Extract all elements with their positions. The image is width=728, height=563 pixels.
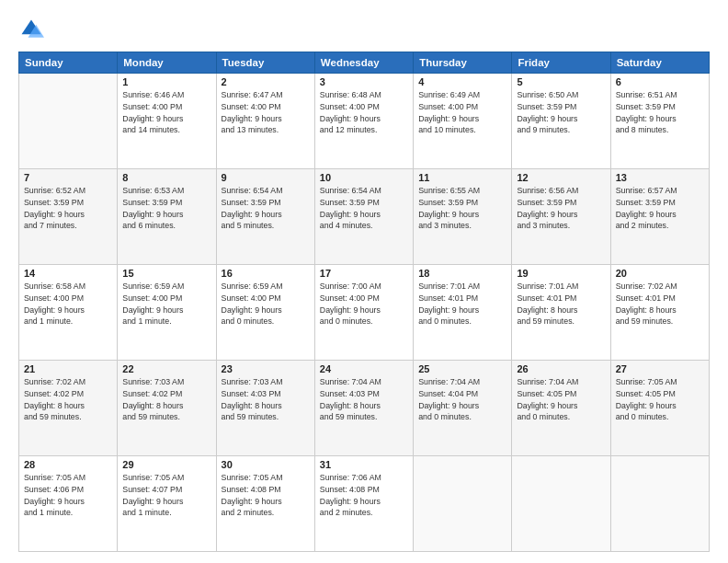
calendar-cell: 18Sunrise: 7:01 AM Sunset: 4:01 PM Dayli…	[414, 265, 512, 361]
day-info: Sunrise: 7:03 AM Sunset: 4:02 PM Dayligh…	[122, 376, 210, 423]
day-number: 4	[418, 76, 506, 87]
day-number: 28	[24, 459, 112, 470]
day-number: 14	[24, 268, 112, 279]
day-info: Sunrise: 7:05 AM Sunset: 4:07 PM Dayligh…	[122, 472, 210, 519]
day-number: 15	[122, 268, 210, 279]
day-number: 12	[517, 172, 605, 183]
calendar-cell: 16Sunrise: 6:59 AM Sunset: 4:00 PM Dayli…	[216, 265, 314, 361]
weekday-header: Friday	[512, 52, 610, 74]
logo	[18, 17, 48, 42]
logo-icon	[18, 17, 44, 42]
day-info: Sunrise: 6:57 AM Sunset: 3:59 PM Dayligh…	[616, 185, 704, 232]
day-number: 9	[222, 172, 310, 183]
day-info: Sunrise: 7:05 AM Sunset: 4:08 PM Dayligh…	[222, 472, 310, 519]
day-number: 30	[222, 459, 310, 470]
calendar-cell: 29Sunrise: 7:05 AM Sunset: 4:07 PM Dayli…	[118, 456, 216, 552]
day-number: 26	[517, 363, 605, 374]
weekday-header: Monday	[118, 52, 216, 74]
day-number: 25	[418, 363, 506, 374]
calendar-cell: 23Sunrise: 7:03 AM Sunset: 4:03 PM Dayli…	[216, 361, 314, 456]
calendar-cell: 27Sunrise: 7:05 AM Sunset: 4:05 PM Dayli…	[610, 361, 709, 456]
day-number: 29	[122, 459, 210, 470]
calendar-cell: 24Sunrise: 7:04 AM Sunset: 4:03 PM Dayli…	[314, 361, 413, 456]
day-info: Sunrise: 6:50 AM Sunset: 3:59 PM Dayligh…	[517, 89, 605, 136]
weekday-header: Thursday	[414, 52, 512, 74]
calendar-header-row: SundayMondayTuesdayWednesdayThursdayFrid…	[19, 52, 710, 74]
calendar-cell: 10Sunrise: 6:54 AM Sunset: 3:59 PM Dayli…	[314, 169, 413, 265]
calendar-cell: 19Sunrise: 7:01 AM Sunset: 4:01 PM Dayli…	[512, 265, 610, 361]
calendar-week-row: 28Sunrise: 7:05 AM Sunset: 4:06 PM Dayli…	[19, 456, 710, 552]
calendar-cell: 7Sunrise: 6:52 AM Sunset: 3:59 PM Daylig…	[19, 169, 118, 265]
calendar-cell: 14Sunrise: 6:58 AM Sunset: 4:00 PM Dayli…	[19, 265, 118, 361]
calendar-cell: 26Sunrise: 7:04 AM Sunset: 4:05 PM Dayli…	[512, 361, 610, 456]
calendar-cell: 13Sunrise: 6:57 AM Sunset: 3:59 PM Dayli…	[610, 169, 709, 265]
weekday-header: Saturday	[610, 52, 709, 74]
calendar-cell: 1Sunrise: 6:46 AM Sunset: 4:00 PM Daylig…	[118, 74, 216, 169]
header	[18, 17, 710, 42]
day-info: Sunrise: 6:48 AM Sunset: 4:00 PM Dayligh…	[320, 89, 408, 136]
day-number: 16	[222, 268, 310, 279]
calendar-cell: 21Sunrise: 7:02 AM Sunset: 4:02 PM Dayli…	[19, 361, 118, 456]
day-info: Sunrise: 6:58 AM Sunset: 4:00 PM Dayligh…	[24, 281, 112, 327]
day-info: Sunrise: 6:54 AM Sunset: 3:59 PM Dayligh…	[222, 185, 310, 232]
day-info: Sunrise: 7:04 AM Sunset: 4:03 PM Dayligh…	[320, 376, 408, 423]
day-number: 10	[320, 172, 408, 183]
day-info: Sunrise: 6:51 AM Sunset: 3:59 PM Dayligh…	[616, 89, 704, 136]
calendar-week-row: 1Sunrise: 6:46 AM Sunset: 4:00 PM Daylig…	[19, 74, 710, 169]
calendar-cell: 5Sunrise: 6:50 AM Sunset: 3:59 PM Daylig…	[512, 74, 610, 169]
calendar-table: SundayMondayTuesdayWednesdayThursdayFrid…	[18, 52, 710, 552]
day-number: 5	[517, 76, 605, 87]
day-number: 27	[616, 363, 704, 374]
day-number: 8	[122, 172, 210, 183]
calendar-cell	[19, 74, 118, 169]
calendar-cell: 25Sunrise: 7:04 AM Sunset: 4:04 PM Dayli…	[414, 361, 512, 456]
day-info: Sunrise: 7:05 AM Sunset: 4:06 PM Dayligh…	[24, 472, 112, 519]
calendar-week-row: 21Sunrise: 7:02 AM Sunset: 4:02 PM Dayli…	[19, 361, 710, 456]
calendar-cell: 12Sunrise: 6:56 AM Sunset: 3:59 PM Dayli…	[512, 169, 610, 265]
day-number: 6	[616, 76, 704, 87]
day-info: Sunrise: 7:05 AM Sunset: 4:05 PM Dayligh…	[616, 376, 704, 423]
weekday-header: Wednesday	[314, 52, 413, 74]
day-number: 20	[616, 268, 704, 279]
calendar-cell: 15Sunrise: 6:59 AM Sunset: 4:00 PM Dayli…	[118, 265, 216, 361]
day-number: 17	[320, 268, 408, 279]
day-info: Sunrise: 6:59 AM Sunset: 4:00 PM Dayligh…	[222, 281, 310, 327]
calendar-cell: 28Sunrise: 7:05 AM Sunset: 4:06 PM Dayli…	[19, 456, 118, 552]
calendar-cell: 3Sunrise: 6:48 AM Sunset: 4:00 PM Daylig…	[314, 74, 413, 169]
calendar-cell: 17Sunrise: 7:00 AM Sunset: 4:00 PM Dayli…	[314, 265, 413, 361]
calendar-cell: 9Sunrise: 6:54 AM Sunset: 3:59 PM Daylig…	[216, 169, 314, 265]
calendar-cell: 4Sunrise: 6:49 AM Sunset: 4:00 PM Daylig…	[414, 74, 512, 169]
weekday-header: Tuesday	[216, 52, 314, 74]
day-number: 19	[517, 268, 605, 279]
calendar-cell	[610, 456, 709, 552]
day-number: 23	[222, 363, 310, 374]
page: SundayMondayTuesdayWednesdayThursdayFrid…	[0, 0, 728, 563]
day-info: Sunrise: 7:06 AM Sunset: 4:08 PM Dayligh…	[320, 472, 408, 519]
calendar-cell: 11Sunrise: 6:55 AM Sunset: 3:59 PM Dayli…	[414, 169, 512, 265]
day-info: Sunrise: 6:46 AM Sunset: 4:00 PM Dayligh…	[122, 89, 210, 136]
calendar-cell: 20Sunrise: 7:02 AM Sunset: 4:01 PM Dayli…	[610, 265, 709, 361]
weekday-header: Sunday	[19, 52, 118, 74]
day-info: Sunrise: 6:59 AM Sunset: 4:00 PM Dayligh…	[122, 281, 210, 327]
day-info: Sunrise: 6:54 AM Sunset: 3:59 PM Dayligh…	[320, 185, 408, 232]
calendar-cell: 31Sunrise: 7:06 AM Sunset: 4:08 PM Dayli…	[314, 456, 413, 552]
day-number: 1	[122, 76, 210, 87]
day-info: Sunrise: 6:49 AM Sunset: 4:00 PM Dayligh…	[418, 89, 506, 136]
day-number: 21	[24, 363, 112, 374]
day-number: 22	[122, 363, 210, 374]
calendar-week-row: 14Sunrise: 6:58 AM Sunset: 4:00 PM Dayli…	[19, 265, 710, 361]
day-number: 11	[418, 172, 506, 183]
calendar-cell	[512, 456, 610, 552]
calendar-cell: 2Sunrise: 6:47 AM Sunset: 4:00 PM Daylig…	[216, 74, 314, 169]
day-info: Sunrise: 7:02 AM Sunset: 4:01 PM Dayligh…	[616, 281, 704, 327]
day-info: Sunrise: 7:01 AM Sunset: 4:01 PM Dayligh…	[517, 281, 605, 327]
calendar-cell	[414, 456, 512, 552]
day-number: 2	[222, 76, 310, 87]
day-number: 7	[24, 172, 112, 183]
calendar-cell: 22Sunrise: 7:03 AM Sunset: 4:02 PM Dayli…	[118, 361, 216, 456]
day-info: Sunrise: 6:55 AM Sunset: 3:59 PM Dayligh…	[418, 185, 506, 232]
day-number: 3	[320, 76, 408, 87]
day-info: Sunrise: 6:56 AM Sunset: 3:59 PM Dayligh…	[517, 185, 605, 232]
calendar-week-row: 7Sunrise: 6:52 AM Sunset: 3:59 PM Daylig…	[19, 169, 710, 265]
day-number: 31	[320, 459, 408, 470]
